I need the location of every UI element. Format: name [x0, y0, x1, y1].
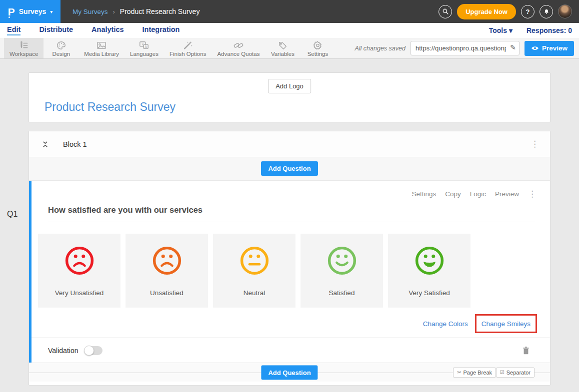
- smiley-frown-icon: [152, 234, 182, 278]
- toolbar-item-label: Design: [52, 51, 70, 57]
- question-number-label: Q1: [7, 210, 18, 219]
- bell-icon: [543, 8, 550, 15]
- search-icon: [442, 8, 449, 15]
- responses-count[interactable]: Responses: 0: [526, 26, 572, 34]
- preview-button[interactable]: Preview: [524, 41, 574, 56]
- smiley-options-row: Very Unsatisfied Unsatisfied Neutral Sat…: [38, 234, 550, 308]
- smiley-frown-icon: [64, 234, 95, 278]
- edit-url-pencil-icon[interactable]: ✎: [510, 43, 516, 51]
- question-action-copy[interactable]: Copy: [445, 190, 461, 198]
- page-break-button[interactable]: ✂ Page Break: [453, 368, 496, 378]
- question-mark-icon: ?: [526, 8, 530, 15]
- block-header: Block 1 ⋮: [29, 131, 550, 157]
- survey-canvas: Add Logo Product Research Survey Block 1…: [0, 59, 579, 386]
- question-action-logic[interactable]: Logic: [470, 190, 486, 198]
- block-menu-kebab-icon[interactable]: ⋮: [530, 140, 539, 148]
- questionpro-logo-icon: P: [8, 6, 15, 17]
- separator-button[interactable]: ☑ Separator: [496, 368, 534, 378]
- edit-tabs: EditDistributeAnalyticsIntegration: [7, 25, 180, 35]
- smiley-option-very-unsatisfied[interactable]: Very Unsatisfied: [38, 234, 120, 308]
- breadcrumb-current-survey: Product Research Survey: [120, 7, 200, 15]
- delete-question-button[interactable]: [522, 346, 530, 355]
- toolbar-item-languages[interactable]: xALanguages: [124, 38, 164, 58]
- tab-integration[interactable]: Integration: [142, 25, 180, 35]
- add-question-button-top[interactable]: Add Question: [261, 161, 318, 176]
- trash-icon: [522, 346, 530, 355]
- tab-analytics[interactable]: Analytics: [92, 25, 124, 35]
- smiley-config-links: Change Colors Change Smileys: [32, 314, 537, 334]
- question-text[interactable]: How satisfied are you with our services: [48, 205, 536, 222]
- survey-url-input[interactable]: [410, 41, 520, 55]
- smiley-option-label: Satisfied: [329, 289, 355, 297]
- collapse-block-icon[interactable]: [42, 140, 49, 148]
- tools-menu[interactable]: Tools ▾: [489, 26, 512, 34]
- workspace-toolbar: WorkspaceDesignMedia LibraryxALanguagesF…: [0, 38, 579, 59]
- toolbar-item-finish-options[interactable]: Finish Options: [164, 38, 212, 58]
- question-menu-kebab-icon[interactable]: ⋮: [528, 190, 536, 198]
- toolbar-item-advance-quotas[interactable]: Advance Quotas: [212, 38, 265, 58]
- validation-toggle[interactable]: [84, 346, 102, 355]
- settings-icon: [312, 40, 323, 50]
- question-action-preview[interactable]: Preview: [495, 190, 519, 198]
- survey-title-card: Add Logo Product Research Survey: [28, 72, 550, 122]
- scissors-icon: ✂: [457, 370, 461, 375]
- breadcrumb-my-surveys[interactable]: My Surveys: [72, 8, 108, 15]
- smiley-option-satisfied[interactable]: Satisfied: [300, 234, 383, 308]
- smiley-option-label: Unsatisfied: [150, 289, 184, 297]
- toolbar-item-label: Languages: [130, 51, 158, 57]
- add-question-row-bottom: Add Question ✂ Page Break ☑ Separator: [29, 363, 550, 382]
- toolbar-right: All changes saved ✎ Preview: [355, 38, 579, 58]
- search-button[interactable]: [438, 5, 452, 18]
- tab-distribute[interactable]: Distribute: [39, 25, 73, 35]
- smiley-option-very-satisfied[interactable]: Very Satisfied: [388, 234, 470, 308]
- save-status: All changes saved: [355, 45, 406, 52]
- topbar-actions: Upgrade Now ?: [438, 4, 579, 19]
- toolbar-item-label: Workspace: [10, 51, 38, 57]
- change-smileys-link[interactable]: Change Smileys: [482, 320, 530, 328]
- survey-nav: EditDistributeAnalyticsIntegration Tools…: [0, 23, 579, 38]
- toggle-knob: [84, 346, 94, 356]
- checkbox-icon: ☑: [500, 370, 504, 375]
- add-question-row-top: Add Question: [29, 157, 550, 181]
- add-logo-button[interactable]: Add Logo: [268, 79, 311, 93]
- design-icon: [56, 40, 66, 50]
- change-colors-link[interactable]: Change Colors: [423, 320, 468, 328]
- add-question-button-bottom[interactable]: Add Question: [261, 365, 318, 380]
- smiley-smile-icon: [326, 234, 358, 278]
- toolbar-item-label: Variables: [271, 51, 294, 57]
- eye-icon: [531, 45, 539, 51]
- toolbar-item-media-library[interactable]: Media Library: [78, 38, 124, 58]
- help-button[interactable]: ?: [521, 5, 534, 18]
- smiley-option-label: Neutral: [244, 289, 266, 297]
- workspace-icon: [18, 40, 29, 50]
- block-title: Block 1: [63, 140, 87, 148]
- advance-quotas-icon: [233, 40, 244, 50]
- toolbar-item-label: Finish Options: [170, 51, 206, 57]
- subnav-right: Tools ▾ Responses: 0: [489, 26, 572, 34]
- upgrade-now-button[interactable]: Upgrade Now: [457, 4, 516, 19]
- app-logo[interactable]: P Surveys ▾: [0, 0, 60, 23]
- toolbar-item-label: Media Library: [84, 51, 119, 57]
- toolbar-item-label: Advance Quotas: [217, 51, 260, 57]
- toolbar-item-workspace[interactable]: Workspace: [4, 38, 44, 58]
- user-avatar[interactable]: [558, 4, 572, 18]
- smiley-grin-icon: [414, 234, 445, 278]
- survey-title[interactable]: Product Research Survey: [44, 100, 176, 114]
- product-name: Surveys: [19, 7, 46, 15]
- smiley-option-unsatisfied[interactable]: Unsatisfied: [126, 234, 208, 308]
- smiley-option-neutral[interactable]: Neutral: [213, 234, 296, 308]
- question-card: SettingsCopyLogicPreview ⋮ How satisfied…: [29, 181, 550, 363]
- breadcrumb-separator-icon: ›: [113, 8, 115, 15]
- tab-edit[interactable]: Edit: [7, 25, 20, 35]
- toolbar-item-settings[interactable]: Settings: [300, 38, 335, 58]
- toolbar-item-label: Settings: [308, 51, 328, 57]
- toolbar-item-variables[interactable]: Variables: [265, 38, 300, 58]
- chevron-down-icon: ▾: [50, 9, 52, 14]
- toolbar-item-design[interactable]: Design: [44, 38, 78, 58]
- languages-icon: xA: [138, 40, 150, 50]
- finish-options-icon: [182, 40, 193, 50]
- notifications-button[interactable]: [540, 5, 553, 18]
- question-action-settings[interactable]: Settings: [412, 190, 436, 198]
- smiley-option-label: Very Unsatisfied: [55, 289, 104, 297]
- toolbar-items: WorkspaceDesignMedia LibraryxALanguagesF…: [4, 38, 335, 58]
